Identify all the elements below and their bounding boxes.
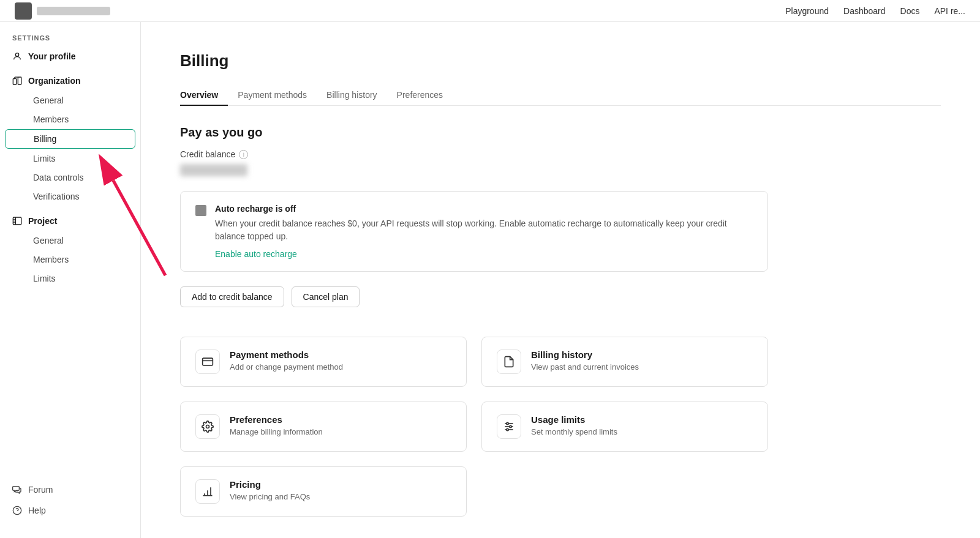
help-icon xyxy=(12,506,22,515)
payment-methods-desc: Add or change payment method xyxy=(230,362,343,372)
usage-limits-desc: Set monthly spend limits xyxy=(531,427,617,436)
preferences-card[interactable]: Preferences Manage billing information xyxy=(180,402,467,452)
usage-limits-title: Usage limits xyxy=(531,414,617,425)
payment-methods-info: Payment methods Add or change payment me… xyxy=(230,349,343,372)
tab-preferences[interactable]: Preferences xyxy=(387,85,453,106)
forum-link[interactable]: Forum xyxy=(0,479,140,500)
sidebar-item-proj-general[interactable]: General xyxy=(5,231,135,250)
recharge-title: Auto recharge is off xyxy=(215,204,753,214)
sliders-icon xyxy=(503,420,515,433)
pricing-icon-wrap xyxy=(195,479,220,504)
usage-limits-info: Usage limits Set monthly spend limits xyxy=(531,414,617,436)
organization-header[interactable]: Organization xyxy=(0,71,140,91)
svg-point-14 xyxy=(507,422,508,424)
forum-icon xyxy=(12,485,22,495)
svg-rect-5 xyxy=(13,217,21,225)
your-profile-label: Your profile xyxy=(28,51,76,61)
cancel-plan-button[interactable]: Cancel plan xyxy=(292,286,360,307)
credit-balance-label: Credit balance i xyxy=(180,149,941,159)
billing-tabs: Overview Payment methods Billing history… xyxy=(180,85,941,106)
project-header[interactable]: Project xyxy=(0,211,140,231)
sidebar-item-org-billing[interactable]: Billing xyxy=(5,129,135,149)
project-label: Project xyxy=(28,216,57,226)
credit-card-icon xyxy=(202,356,214,368)
tab-billing-history[interactable]: Billing history xyxy=(317,85,386,106)
topnav-left xyxy=(15,2,110,20)
page-title: Billing xyxy=(180,51,941,70)
pricing-info: Pricing View pricing and FAQs xyxy=(230,479,310,501)
org-icon xyxy=(12,76,22,86)
usage-limits-card[interactable]: Usage limits Set monthly spend limits xyxy=(481,402,768,452)
sidebar: SETTINGS Your profile Organization Gener… xyxy=(0,22,141,538)
billing-history-title: Billing history xyxy=(531,349,639,360)
sidebar-item-org-members[interactable]: Members xyxy=(5,110,135,129)
svg-point-0 xyxy=(15,53,18,56)
auto-recharge-box: Auto recharge is off When your credit ba… xyxy=(180,191,768,272)
main-content: Billing Overview Payment methods Billing… xyxy=(141,22,980,538)
sidebar-item-org-data-controls[interactable]: Data controls xyxy=(5,168,135,187)
svg-point-15 xyxy=(510,425,511,427)
preferences-icon-wrap xyxy=(195,414,220,439)
sidebar-item-proj-limits[interactable]: Limits xyxy=(5,269,135,288)
svg-rect-8 xyxy=(203,358,213,365)
preferences-title: Preferences xyxy=(230,414,323,425)
sidebar-bottom: Forum Help xyxy=(0,479,140,526)
person-icon xyxy=(12,51,22,61)
enable-auto-recharge-link[interactable]: Enable auto recharge xyxy=(215,249,297,259)
section-title: Pay as you go xyxy=(180,125,941,140)
forum-label: Forum xyxy=(28,485,53,495)
pricing-desc: View pricing and FAQs xyxy=(230,492,310,501)
logo xyxy=(15,2,110,20)
logo-icon xyxy=(15,2,32,20)
project-icon xyxy=(12,216,22,226)
topnav-right: Playground Dashboard Docs API re... xyxy=(785,6,965,16)
svg-rect-1 xyxy=(13,79,16,84)
playground-link[interactable]: Playground xyxy=(785,6,829,16)
help-link[interactable]: Help xyxy=(0,500,140,521)
payment-methods-title: Payment methods xyxy=(230,349,343,360)
recharge-desc: When your credit balance reaches $0, you… xyxy=(215,217,753,243)
billing-history-info: Billing history View past and current in… xyxy=(531,349,639,372)
preferences-desc: Manage billing information xyxy=(230,427,323,436)
billing-history-card[interactable]: Billing history View past and current in… xyxy=(481,337,768,387)
project-group: Project General Members Limits xyxy=(0,211,140,288)
organization-label: Organization xyxy=(28,76,81,86)
pricing-card[interactable]: Pricing View pricing and FAQs xyxy=(180,466,467,517)
recharge-icon xyxy=(195,205,206,216)
settings-label: SETTINGS xyxy=(0,34,140,47)
dashboard-link[interactable]: Dashboard xyxy=(843,6,886,16)
payment-methods-icon-wrap xyxy=(195,349,220,374)
sidebar-item-org-verifications[interactable]: Verifications xyxy=(5,187,135,206)
svg-point-10 xyxy=(206,425,209,428)
logo-text xyxy=(37,7,110,15)
pricing-title: Pricing xyxy=(230,479,310,490)
api-link[interactable]: API re... xyxy=(934,6,965,16)
your-profile-header[interactable]: Your profile xyxy=(0,47,140,66)
organization-group: Organization General Members Billing Lim… xyxy=(0,71,140,206)
credit-balance-value xyxy=(180,164,247,176)
your-profile-group: Your profile xyxy=(0,47,140,66)
svg-point-16 xyxy=(507,428,508,430)
billing-history-desc: View past and current invoices xyxy=(531,362,639,372)
sidebar-item-org-limits[interactable]: Limits xyxy=(5,149,135,168)
credit-info-icon[interactable]: i xyxy=(239,150,248,159)
billing-cards-grid: Payment methods Add or change payment me… xyxy=(180,337,768,517)
sidebar-item-proj-members[interactable]: Members xyxy=(5,250,135,269)
payment-methods-card[interactable]: Payment methods Add or change payment me… xyxy=(180,337,467,387)
credit-balance-text: Credit balance xyxy=(180,149,235,159)
tab-payment-methods[interactable]: Payment methods xyxy=(228,85,317,106)
usage-limits-icon-wrap xyxy=(497,414,521,439)
layout: SETTINGS Your profile Organization Gener… xyxy=(0,22,980,538)
svg-rect-2 xyxy=(18,77,21,84)
recharge-content: Auto recharge is off When your credit ba… xyxy=(215,204,753,259)
chart-icon xyxy=(202,485,214,498)
action-buttons: Add to credit balance Cancel plan xyxy=(180,286,941,307)
tab-overview[interactable]: Overview xyxy=(180,85,228,106)
docs-link[interactable]: Docs xyxy=(900,6,920,16)
preferences-info: Preferences Manage billing information xyxy=(230,414,323,436)
topnav: Playground Dashboard Docs API re... xyxy=(0,0,980,22)
add-credit-button[interactable]: Add to credit balance xyxy=(180,286,284,307)
sidebar-item-org-general[interactable]: General xyxy=(5,91,135,110)
document-icon xyxy=(503,356,515,368)
help-label: Help xyxy=(28,506,46,515)
